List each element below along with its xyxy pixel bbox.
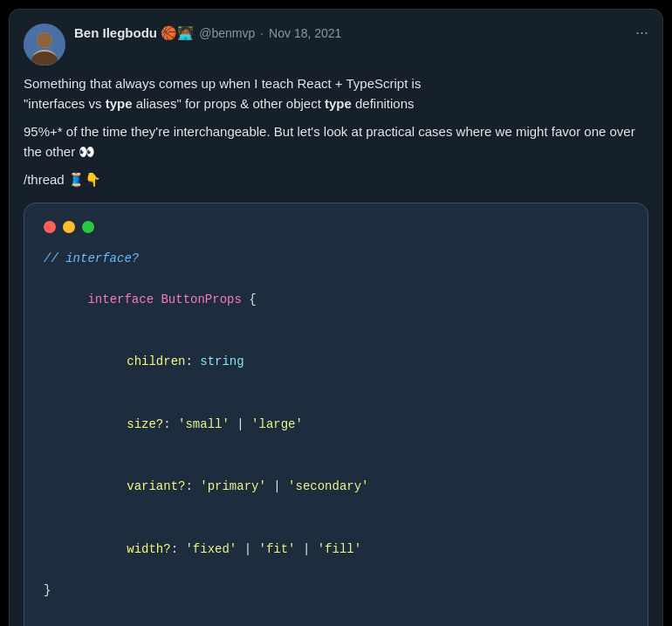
username[interactable]: @benmvp [199, 26, 255, 40]
code-closing-brace-interface: } [44, 581, 628, 602]
code-interface-name: ButtonProps [154, 292, 249, 306]
code-interface-declaration: interface ButtonProps { [44, 269, 628, 331]
code-card: // interface? interface ButtonProps { ch… [24, 203, 648, 627]
code-keyword-interface: interface [87, 292, 154, 306]
more-options-icon[interactable]: ··· [635, 24, 648, 42]
svg-point-3 [37, 32, 52, 48]
code-prop-size: size?: 'small' | 'large' [44, 394, 628, 456]
code-prop-width: width?: 'fixed' | 'fit' | 'fill' [44, 519, 628, 581]
code-comment-type: // or type alias? [44, 623, 628, 626]
user-name-row: Ben Ilegbodu 🏀🧑🏾‍💻 @benmvp · Nov 18, 202… [74, 24, 648, 42]
bold-type-1: type [106, 96, 133, 111]
tweet-text-2: 95%+* of the time they're interchangeabl… [24, 122, 648, 162]
tweet-text-3: /thread 🧵👇 [24, 170, 648, 190]
code-prop-variant: variant?: 'primary' | 'secondary' [44, 456, 628, 518]
tweet-date: Nov 18, 2021 [269, 26, 341, 40]
code-blank-line [44, 602, 628, 623]
dot-red [44, 221, 56, 233]
code-comment-interface: // interface? [44, 249, 628, 270]
user-info: Ben Ilegbodu 🏀🧑🏾‍💻 @benmvp · Nov 18, 202… [74, 24, 648, 42]
tweet-card: Ben Ilegbodu 🏀🧑🏾‍💻 @benmvp · Nov 18, 202… [9, 9, 663, 626]
separator: · [260, 26, 264, 40]
display-name: Ben Ilegbodu 🏀🧑🏾‍💻 [74, 25, 194, 41]
dot-green [82, 221, 94, 233]
code-prop-children: children: string [44, 332, 628, 394]
tweet-body: Something that always comes up when I te… [24, 74, 648, 190]
avatar [24, 24, 65, 65]
dot-yellow [63, 221, 75, 233]
tweet-text-1: Something that always comes up when I te… [24, 74, 648, 114]
tweet-header: Ben Ilegbodu 🏀🧑🏾‍💻 @benmvp · Nov 18, 202… [24, 24, 648, 65]
avatar-image [24, 24, 65, 65]
bold-type-2: type [325, 96, 352, 111]
window-dots [44, 221, 628, 233]
